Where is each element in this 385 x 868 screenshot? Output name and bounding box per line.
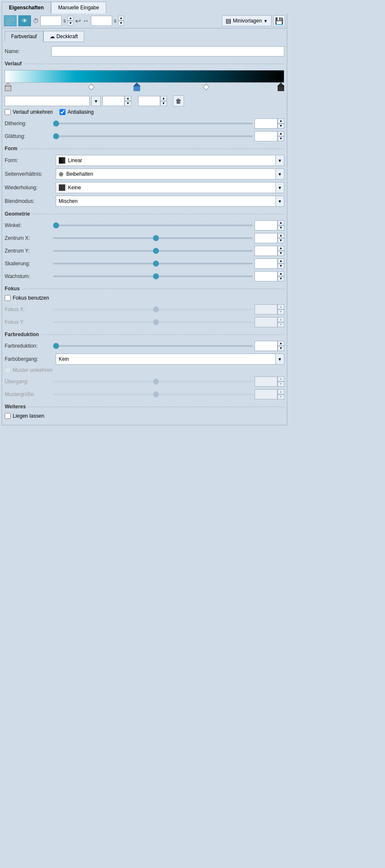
link-button[interactable]: 🔗 bbox=[4, 15, 17, 26]
dithering-input[interactable]: 0 % bbox=[255, 118, 277, 129]
stop-position-field[interactable]: 0 % bbox=[102, 96, 125, 106]
centery-down[interactable]: ▼ bbox=[277, 251, 284, 256]
smoothing-slider[interactable] bbox=[53, 131, 253, 141]
tab-deckkraft[interactable]: ☁ Deckkraft bbox=[43, 31, 85, 42]
color-dropdown-btn[interactable]: ▼ bbox=[91, 96, 101, 106]
time-up[interactable]: ▲ bbox=[68, 16, 74, 21]
stop-midpoint-field[interactable]: 50 % bbox=[138, 96, 160, 106]
repeat-dropdown-arrow[interactable]: ▼ bbox=[275, 183, 284, 193]
transition-dropdown-arrow[interactable]: ▼ bbox=[275, 354, 284, 364]
color-swatch[interactable] bbox=[5, 96, 90, 106]
smoothing-down[interactable]: ▼ bbox=[277, 136, 284, 141]
tab-farbverlauf[interactable]: Farbverlauf bbox=[5, 31, 43, 42]
antialiasing-checkbox-label[interactable]: Antialiasing bbox=[59, 109, 93, 115]
scale-up[interactable]: ▲ bbox=[277, 258, 284, 264]
fokus-checkbox[interactable] bbox=[5, 295, 11, 301]
aspect-dropdown-arrow[interactable]: ▼ bbox=[275, 169, 284, 179]
centery-slider[interactable] bbox=[53, 246, 253, 256]
centery-spinner[interactable]: ▲ ▼ bbox=[277, 246, 284, 256]
smoothing-up[interactable]: ▲ bbox=[277, 131, 284, 136]
centery-input[interactable]: 50 % bbox=[255, 246, 277, 256]
stop-marker-diamond1[interactable] bbox=[88, 83, 94, 91]
transition-label: Farbübergang: bbox=[5, 356, 56, 362]
fokus-use-label[interactable]: Fokus benutzen bbox=[5, 295, 49, 301]
stop-marker-white[interactable] bbox=[5, 83, 11, 91]
angle-up[interactable]: ▲ bbox=[277, 220, 284, 225]
smoothing-spinner[interactable]: ▲ ▼ bbox=[277, 131, 284, 141]
blend-select[interactable]: Mischen ▼ bbox=[56, 196, 284, 207]
angle-slider[interactable] bbox=[53, 220, 253, 230]
delete-stop-button[interactable]: 🗑 bbox=[173, 96, 184, 107]
centerx-spinner[interactable]: ▲ ▼ bbox=[277, 233, 284, 243]
repeat-select[interactable]: Keine ▼ bbox=[56, 182, 284, 193]
stop-position-spinner[interactable]: ▲ ▼ bbox=[125, 96, 131, 106]
stop-midpoint-spinner[interactable]: ▲ ▼ bbox=[160, 96, 167, 106]
scale-spinner[interactable]: ▲ ▼ bbox=[277, 258, 284, 269]
antialiasing-checkbox[interactable] bbox=[59, 109, 65, 115]
dithering-spinner[interactable]: ▲ ▼ bbox=[277, 118, 284, 129]
shape-dropdown-arrow[interactable]: ▼ bbox=[275, 155, 284, 166]
save-button[interactable]: 💾 bbox=[273, 15, 285, 26]
eye-button[interactable]: 👁 bbox=[18, 15, 31, 26]
blend-label: Blendmodus: bbox=[5, 198, 56, 204]
minivorlagen-button[interactable]: ▤ Minivorlagen ▼ bbox=[222, 15, 272, 26]
reduction-slider[interactable] bbox=[53, 341, 253, 351]
reduction-up[interactable]: ▲ bbox=[277, 341, 284, 346]
angle-spinner[interactable]: ▲ ▼ bbox=[277, 220, 284, 230]
growth-down[interactable]: ▼ bbox=[277, 276, 284, 281]
stop-mid-up[interactable]: ▲ bbox=[160, 96, 167, 101]
dithering-down[interactable]: ▼ bbox=[277, 124, 284, 129]
top-tabs: Eigenschaften Manuelle Eingabe bbox=[2, 2, 287, 14]
scale-input[interactable]: 100 % bbox=[255, 258, 277, 269]
time-spinner[interactable]: ▲ ▼ bbox=[68, 16, 74, 26]
gradient-bar[interactable] bbox=[5, 70, 284, 83]
liegen-checkbox[interactable] bbox=[5, 413, 11, 419]
shape-row: Form: Linear ▼ bbox=[5, 155, 284, 166]
shape-select[interactable]: Linear ▼ bbox=[56, 155, 284, 166]
reduction-input[interactable]: 0 bbox=[255, 341, 277, 351]
transition-value: Kein bbox=[59, 356, 69, 362]
angle-down[interactable]: ▼ bbox=[277, 225, 284, 230]
tab-eigenschaften[interactable]: Eigenschaften bbox=[2, 2, 51, 14]
transition-select[interactable]: Kein ▼ bbox=[56, 354, 284, 365]
svg-rect-4 bbox=[134, 86, 140, 91]
centery-up[interactable]: ▲ bbox=[277, 246, 284, 251]
time-input[interactable]: 5 bbox=[40, 16, 62, 26]
reduction-down[interactable]: ▼ bbox=[277, 346, 284, 351]
centerx-input[interactable]: 50 % bbox=[255, 233, 277, 243]
stop-pos-up[interactable]: ▲ bbox=[125, 96, 131, 101]
centerx-slider[interactable] bbox=[53, 233, 253, 243]
centerx-down[interactable]: ▼ bbox=[277, 238, 284, 243]
growth-slider[interactable] bbox=[53, 271, 253, 281]
stop-marker-diamond2[interactable] bbox=[203, 83, 209, 91]
dithering-slider[interactable] bbox=[53, 118, 253, 129]
delay-input[interactable]: 0 bbox=[91, 16, 112, 26]
aspect-select[interactable]: ⊕ Beibehalten ▼ bbox=[56, 169, 284, 180]
stop-mid-down[interactable]: ▼ bbox=[160, 101, 167, 106]
stop-marker-selected[interactable] bbox=[133, 83, 140, 91]
dithering-up[interactable]: ▲ bbox=[277, 118, 284, 124]
tab-manuelle-eingabe[interactable]: Manuelle Eingabe bbox=[51, 2, 106, 14]
name-input[interactable] bbox=[51, 46, 284, 56]
growth-up[interactable]: ▲ bbox=[277, 271, 284, 276]
delay-down[interactable]: ▼ bbox=[118, 21, 124, 26]
invert-checkbox[interactable] bbox=[5, 109, 11, 115]
scale-slider[interactable] bbox=[53, 258, 253, 269]
stop-pos-down[interactable]: ▼ bbox=[125, 101, 131, 106]
angle-input[interactable]: 0° bbox=[255, 220, 277, 230]
minivorlagen-icon: ▤ bbox=[226, 17, 231, 24]
blend-dropdown-arrow[interactable]: ▼ bbox=[275, 196, 284, 206]
centerx-up[interactable]: ▲ bbox=[277, 233, 284, 238]
stop-marker-black[interactable] bbox=[277, 83, 284, 91]
scale-down[interactable]: ▼ bbox=[277, 264, 284, 269]
growth-input[interactable]: 0 % bbox=[255, 271, 277, 281]
reduction-spinner[interactable]: ▲ ▼ bbox=[277, 341, 284, 351]
delay-up[interactable]: ▲ bbox=[118, 16, 124, 21]
delay-spinner[interactable]: ▲ ▼ bbox=[118, 16, 124, 26]
invert-checkbox-label[interactable]: Verlauf umkehren bbox=[5, 109, 53, 115]
trans-label: Übergang: bbox=[5, 379, 51, 385]
growth-spinner[interactable]: ▲ ▼ bbox=[277, 271, 284, 281]
time-down[interactable]: ▼ bbox=[68, 21, 74, 26]
smoothing-input[interactable]: 0 % bbox=[255, 131, 277, 141]
liegen-checkbox-label[interactable]: Liegen lassen bbox=[5, 413, 44, 419]
